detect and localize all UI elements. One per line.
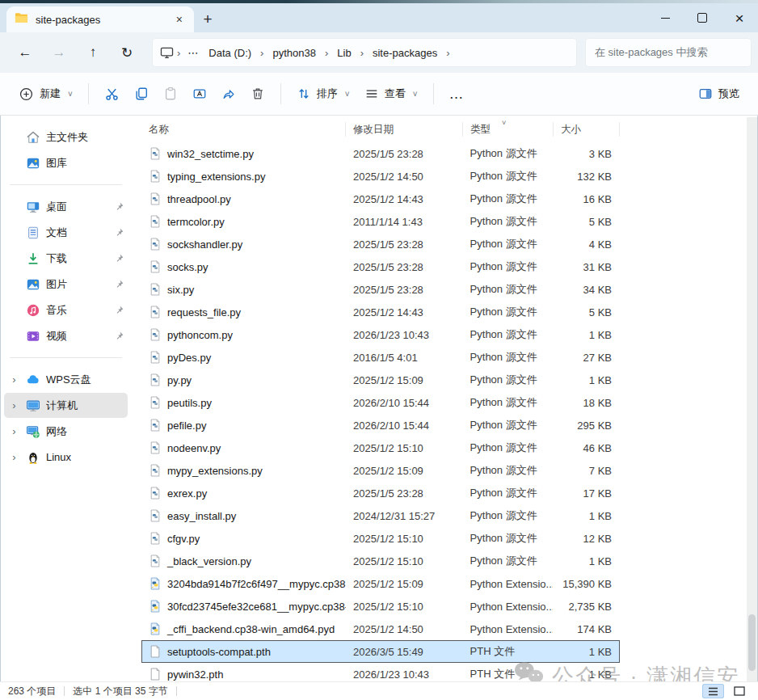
sidebar-item-label: 主文件夹: [46, 130, 124, 145]
file-size: 1 KB: [553, 646, 619, 658]
sidebar-item-linux[interactable]: ›Linux: [4, 445, 128, 470]
file-type: Python 源文件: [463, 395, 554, 410]
preview-button-label: 预览: [718, 86, 739, 101]
up-button[interactable]: ↑: [76, 38, 110, 67]
column-header-类型[interactable]: 类型˅: [463, 122, 554, 137]
table-row[interactable]: pythoncom.py 2026/1/23 10:43 Python 源文件 …: [141, 323, 620, 346]
file-name: easy_install.py: [167, 510, 236, 522]
tab-close-icon[interactable]: ×: [173, 13, 186, 26]
preview-button[interactable]: 预览: [691, 79, 747, 108]
sidebar-item-downloads[interactable]: 下载: [4, 246, 128, 271]
sidebar-item-label: 桌面: [46, 200, 108, 214]
breadcrumb-chevron[interactable]: ›: [357, 47, 367, 59]
file-type: Python 源文件: [463, 282, 554, 297]
search-box[interactable]: 在 site-packages 中搜索: [585, 38, 752, 67]
table-row[interactable]: sockshandler.py 2025/1/5 23:28 Python 源文…: [141, 233, 620, 255]
file-type: Python 源文件: [463, 192, 554, 206]
table-row[interactable]: cfgv.py 2025/1/2 15:10 Python 源文件 12 KB: [141, 527, 620, 550]
column-header-大小[interactable]: 大小: [554, 122, 620, 137]
maximize-button[interactable]: [684, 3, 721, 32]
paste-button[interactable]: [156, 79, 185, 108]
breadcrumb-item[interactable]: Lib: [331, 44, 356, 61]
breadcrumb-chevron[interactable]: ›: [443, 47, 453, 59]
expand-chevron-icon[interactable]: ›: [9, 373, 19, 386]
explorer-tab[interactable]: site-packages ×: [6, 6, 194, 32]
scrollbar-thumb[interactable]: [748, 614, 756, 671]
py-file-icon: [149, 509, 161, 522]
sidebar-item-cloud[interactable]: ›WPS云盘: [4, 367, 128, 392]
breadcrumb-ellipsis[interactable]: ⋯: [183, 47, 203, 59]
table-row[interactable]: socks.py 2025/1/5 23:28 Python 源文件 31 KB: [141, 255, 620, 278]
minimize-button[interactable]: [646, 3, 684, 32]
table-row[interactable]: peutils.py 2026/2/10 15:44 Python 源文件 18…: [141, 391, 620, 414]
sidebar-divider: [10, 357, 122, 358]
expand-chevron-icon[interactable]: ›: [9, 399, 19, 411]
copy-button[interactable]: [127, 79, 156, 108]
file-name: pyDes.py: [167, 352, 211, 364]
sidebar-item-computer[interactable]: ›计算机: [4, 393, 128, 418]
sort-button[interactable]: 排序 ˅: [289, 79, 357, 108]
table-row[interactable]: mypy_extensions.py 2025/1/2 15:09 Python…: [141, 459, 620, 482]
table-row[interactable]: exrex.py 2025/1/5 23:28 Python 源文件 17 KB: [141, 482, 620, 504]
cut-button[interactable]: [97, 79, 127, 108]
rename-button[interactable]: [185, 79, 214, 108]
breadcrumb-item[interactable]: site-packages: [367, 44, 443, 61]
column-header-修改日期[interactable]: 修改日期: [346, 122, 463, 137]
vertical-scrollbar[interactable]: [747, 117, 757, 682]
table-row[interactable]: _cffi_backend.cp38-win_amd64.pyd 2025/1/…: [141, 618, 620, 640]
new-button[interactable]: 新建 ˅: [11, 79, 80, 108]
breadcrumb-chevron[interactable]: ›: [257, 47, 267, 59]
expand-chevron-icon[interactable]: ›: [9, 425, 19, 437]
delete-button[interactable]: [243, 79, 272, 108]
table-row[interactable]: 3204bda914b7f2c6f497__mypyc.cp38... 2025…: [141, 572, 620, 595]
file-size: 5 KB: [553, 306, 619, 318]
sidebar-item-home[interactable]: 主文件夹: [4, 124, 128, 150]
column-header-名称[interactable]: 名称: [141, 122, 346, 137]
toolbar-divider: [280, 83, 281, 104]
file-date: 2026/2/10 15:44: [346, 397, 463, 409]
table-row[interactable]: threadpool.py 2025/1/2 14:43 Python 源文件 …: [141, 188, 620, 210]
table-row[interactable]: 30fcd23745efe32ce681__mypyc.cp38-... 202…: [141, 595, 620, 618]
sidebar-item-documents[interactable]: 文档: [4, 220, 128, 245]
table-row[interactable]: six.py 2025/1/5 23:28 Python 源文件 34 KB: [141, 278, 620, 301]
file-name: sockshandler.py: [167, 238, 242, 251]
view-button[interactable]: 查看 ˅: [357, 79, 425, 108]
sidebar-item-gallery[interactable]: 图库: [4, 150, 128, 175]
details-view-toggle[interactable]: [702, 684, 724, 698]
table-row[interactable]: requests_file.py 2025/1/2 14:43 Python 源…: [141, 301, 620, 323]
table-row[interactable]: easy_install.py 2024/12/31 15:27 Python …: [141, 504, 620, 527]
table-row[interactable]: termcolor.py 2011/1/14 1:43 Python 源文件 5…: [141, 210, 620, 233]
close-button[interactable]: ×: [721, 3, 758, 32]
table-row[interactable]: typing_extensions.py 2025/1/2 14:50 Pyth…: [141, 165, 620, 188]
address-bar[interactable]: › ⋯ Data (D:)›python38›Lib›site-packages…: [152, 38, 577, 67]
large-icons-view-toggle[interactable]: [728, 684, 750, 698]
sidebar-item-desktop[interactable]: 桌面: [4, 194, 128, 219]
table-row[interactable]: pefile.py 2026/2/10 15:44 Python 源文件 295…: [141, 414, 620, 436]
table-row[interactable]: py.py 2025/1/2 15:09 Python 源文件 1 KB: [141, 369, 620, 391]
breadcrumb-item[interactable]: Data (D:): [203, 44, 257, 61]
refresh-button[interactable]: ↻: [110, 38, 144, 67]
table-row[interactable]: pyDes.py 2016/1/5 4:01 Python 源文件 27 KB: [141, 346, 620, 369]
more-button[interactable]: …: [442, 79, 473, 108]
breadcrumb-item[interactable]: python38: [267, 44, 322, 61]
forward-button[interactable]: →: [42, 38, 76, 67]
back-button[interactable]: ←: [8, 38, 42, 67]
share-button[interactable]: [214, 79, 243, 108]
table-row[interactable]: pywin32.pth 2026/1/23 10:43 PTH 文件 1 KB: [141, 663, 620, 682]
new-tab-button[interactable]: +: [194, 6, 221, 32]
pyd-file-icon: [149, 622, 161, 635]
file-date: 2025/1/5 23:28: [346, 284, 463, 296]
breadcrumb-chevron[interactable]: ›: [322, 47, 331, 59]
music-icon: [25, 303, 40, 318]
sidebar-item-pictures[interactable]: 图片: [4, 272, 128, 297]
table-row[interactable]: _black_version.py 2025/1/2 15:10 Python …: [141, 550, 620, 572]
sidebar-item-network[interactable]: ›网络: [4, 419, 128, 444]
table-row[interactable]: win32_setctime.py 2025/1/5 23:28 Python …: [141, 142, 620, 165]
chevron-down-icon: ˅: [413, 90, 418, 99]
sidebar-item-videos[interactable]: 视频: [4, 323, 128, 348]
pin-icon: [114, 279, 124, 289]
table-row[interactable]: setuptools-compat.pth 2026/3/5 15:49 PTH…: [141, 640, 620, 663]
table-row[interactable]: nodeenv.py 2025/1/2 15:10 Python 源文件 46 …: [141, 436, 620, 459]
expand-chevron-icon[interactable]: ›: [9, 451, 19, 463]
sidebar-item-music[interactable]: 音乐: [4, 297, 128, 323]
